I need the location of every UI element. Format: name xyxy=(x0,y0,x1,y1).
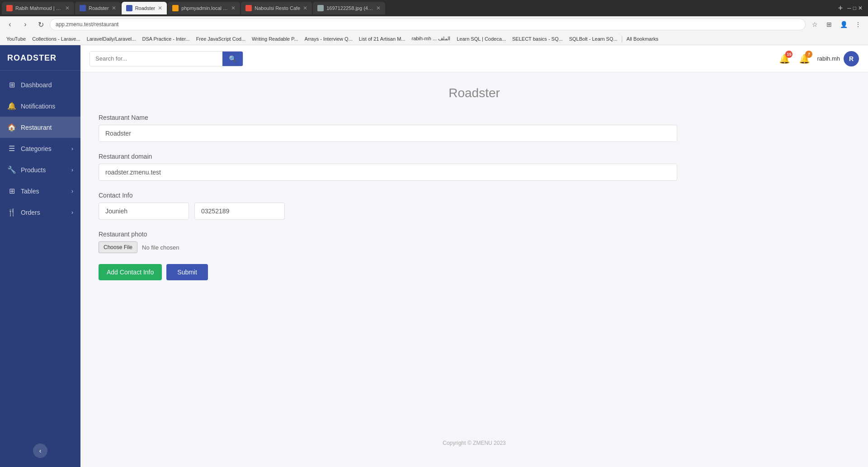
tab-close-icon[interactable]: ✕ xyxy=(303,5,307,11)
sidebar-icon-tables: ⊞ xyxy=(7,187,16,195)
sidebar-collapse-button[interactable]: ‹ xyxy=(33,443,47,458)
sidebar-logo: ROADSTER xyxy=(0,45,80,71)
sidebar-icon-categories: ☰ xyxy=(7,144,16,153)
tab-label: Naboulsi Resto Cafe xyxy=(255,5,300,11)
page-title: Roadster xyxy=(99,86,850,100)
bookmark-label: SELECT basics - SQ... xyxy=(512,36,563,42)
browser-tab-tab2[interactable]: Roadster ✕ xyxy=(75,2,121,14)
bookmark-label: All Bookmarks xyxy=(627,36,658,42)
bookmark-label: YouTube xyxy=(6,36,26,42)
contact-phone-input[interactable] xyxy=(194,203,285,220)
sidebar-item-notifications[interactable]: 🔔 Notifications xyxy=(0,95,80,117)
user-name: rabih.mh xyxy=(817,55,840,62)
minimize-button[interactable]: ─ xyxy=(847,5,851,11)
sidebar-icon-notifications: 🔔 xyxy=(7,102,16,110)
sidebar-item-products[interactable]: 🔧 Products › xyxy=(0,159,80,180)
sidebar-item-categories[interactable]: ☰ Categories › xyxy=(0,138,80,159)
sidebar-item-orders[interactable]: 🍴 Orders › xyxy=(0,202,80,223)
reload-button[interactable]: ↻ xyxy=(34,18,47,31)
sidebar-chevron-products: › xyxy=(71,167,73,173)
restaurant-name-input[interactable] xyxy=(99,125,677,142)
notification-count-1: 15 xyxy=(785,51,793,58)
browser-tab-tab3[interactable]: Roadster ✕ xyxy=(122,2,167,14)
search-input[interactable] xyxy=(90,52,222,66)
tab-bar: Rabih Mahmoud | Web Develop... ✕ Roadste… xyxy=(0,0,868,16)
tab-label: 1697122258.jpg (400×400) xyxy=(326,5,373,11)
tab-favicon xyxy=(245,5,252,11)
close-button[interactable]: ✕ xyxy=(858,5,863,11)
topbar: 🔍 🔔 15 🔔 7 rabih.mh R xyxy=(80,45,868,72)
menu-button[interactable]: ⋮ xyxy=(852,18,864,31)
tab-close-icon[interactable]: ✕ xyxy=(65,5,70,11)
sidebar-item-restaurant[interactable]: 🏠 Restaurant xyxy=(0,117,80,138)
bookmark-item-5[interactable]: Writing Readable P... xyxy=(249,35,301,42)
notification-bell-1[interactable]: 🔔 15 xyxy=(777,52,792,66)
account-button[interactable]: 👤 xyxy=(837,18,850,31)
sidebar-item-label-orders: Orders xyxy=(21,209,40,216)
bookmark-item-9[interactable]: Learn SQL | Codeca... xyxy=(454,35,509,42)
topbar-right: 🔔 15 🔔 7 rabih.mh R xyxy=(777,51,859,66)
submit-button[interactable]: Submit xyxy=(166,264,208,280)
sidebar-icon-restaurant: 🏠 xyxy=(7,123,16,132)
sidebar-item-label-tables: Tables xyxy=(21,188,39,195)
sidebar-icon-products: 🔧 xyxy=(7,165,16,174)
tab-favicon xyxy=(317,5,324,11)
bookmark-item-11[interactable]: SQLBolt - Learn SQ... xyxy=(566,35,620,42)
user-info[interactable]: rabih.mh R xyxy=(817,51,859,66)
main-content: 🔍 🔔 15 🔔 7 rabih.mh R Roadster xyxy=(80,45,868,467)
address-field[interactable]: app.zmenu.test/restaurant xyxy=(50,19,806,30)
restaurant-form: Restaurant Name Restaurant domain Contac… xyxy=(99,114,677,280)
sidebar-item-dashboard[interactable]: ⊞ Dashboard xyxy=(0,74,80,95)
browser-tab-tab6[interactable]: 1697122258.jpg (400×400) ✕ xyxy=(313,2,385,14)
search-button[interactable]: 🔍 xyxy=(222,52,243,66)
bookmark-item-0[interactable]: YouTube xyxy=(4,35,28,42)
bookmark-label: List of 21 Artisan M... xyxy=(359,36,406,42)
tab-close-icon[interactable]: ✕ xyxy=(112,5,116,11)
extensions-button[interactable]: ⊞ xyxy=(823,18,835,31)
browser-tab-tab1[interactable]: Rabih Mahmoud | Web Develop... ✕ xyxy=(2,2,74,14)
choose-file-button[interactable]: Choose File xyxy=(99,241,137,253)
sidebar-item-tables[interactable]: ⊞ Tables › xyxy=(0,180,80,202)
contact-info-label: Contact Info xyxy=(99,192,677,199)
bookmark-item-12[interactable]: All Bookmarks xyxy=(624,35,661,42)
sidebar-icon-dashboard: ⊞ xyxy=(7,80,16,89)
new-tab-button[interactable]: + xyxy=(835,4,847,13)
restaurant-photo-group: Restaurant photo Choose File No file cho… xyxy=(99,231,677,253)
back-button[interactable]: ‹ xyxy=(4,18,16,31)
bookmark-label: Arrays - Interview Q... xyxy=(304,36,352,42)
browser-tab-tab4[interactable]: phpmyadmin.local / localhost / ✕ xyxy=(168,2,240,14)
contact-row xyxy=(99,203,677,220)
bookmark-item-4[interactable]: Free JavaScript Cod... xyxy=(193,35,248,42)
bookmark-item-3[interactable]: DSA Practice - Inter... xyxy=(139,35,192,42)
bookmarks-bar: YouTubeCollections - Larave...LaravelDai… xyxy=(0,33,868,45)
bookmark-item-6[interactable]: Arrays - Interview Q... xyxy=(302,35,355,42)
tab-close-icon[interactable]: ✕ xyxy=(376,5,381,11)
forward-button[interactable]: › xyxy=(19,18,32,31)
bookmark-item-8[interactable]: rabih-mh ... الملف xyxy=(409,35,453,42)
restaurant-name-group: Restaurant Name xyxy=(99,114,677,142)
bookmark-star-button[interactable]: ☆ xyxy=(808,18,821,31)
bookmark-label: LaravelDaily/Laravel... xyxy=(87,36,136,42)
tab-favicon xyxy=(172,5,179,11)
sidebar-item-label-categories: Categories xyxy=(21,145,52,152)
tab-close-icon[interactable]: ✕ xyxy=(158,5,162,11)
restaurant-name-label: Restaurant Name xyxy=(99,114,677,121)
browser-tab-tab5[interactable]: Naboulsi Resto Cafe ✕ xyxy=(241,2,312,14)
bookmark-item-2[interactable]: LaravelDaily/Laravel... xyxy=(84,35,139,42)
notification-count-2: 7 xyxy=(805,51,812,58)
tab-close-icon[interactable]: ✕ xyxy=(231,5,236,11)
restaurant-domain-input[interactable] xyxy=(99,164,677,181)
sidebar-item-label-notifications: Notifications xyxy=(21,103,55,110)
maximize-button[interactable]: □ xyxy=(853,5,856,11)
contact-city-input[interactable] xyxy=(99,203,189,220)
sidebar-item-label-products: Products xyxy=(21,166,46,174)
action-buttons: Add Contact Info Submit xyxy=(99,264,677,280)
bookmark-item-7[interactable]: List of 21 Artisan M... xyxy=(356,35,408,42)
bookmark-item-10[interactable]: SELECT basics - SQ... xyxy=(509,35,566,42)
bookmark-label: Collections - Larave... xyxy=(32,36,80,42)
restaurant-domain-label: Restaurant domain xyxy=(99,153,677,160)
notification-bell-2[interactable]: 🔔 7 xyxy=(797,52,811,66)
add-contact-info-button[interactable]: Add Contact Info xyxy=(99,264,162,280)
bookmark-item-1[interactable]: Collections - Larave... xyxy=(29,35,83,42)
sidebar: ROADSTER ⊞ Dashboard 🔔 Notifications 🏠 R… xyxy=(0,45,80,467)
